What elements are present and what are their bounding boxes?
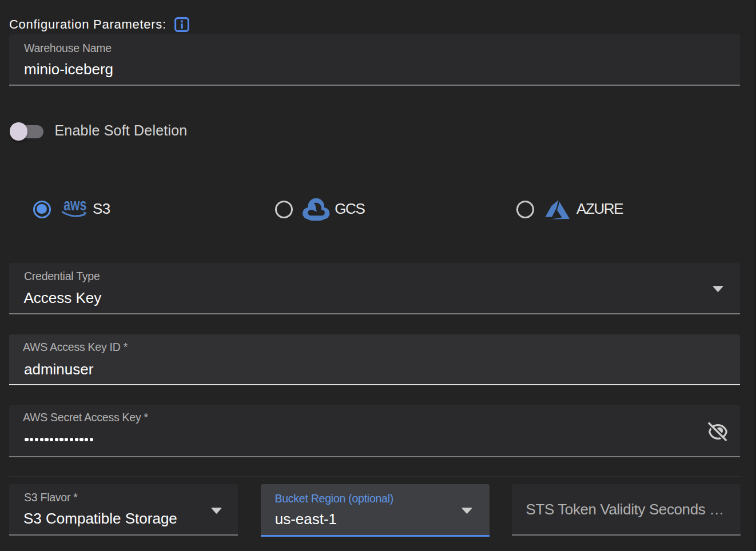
svg-text:aws: aws (63, 198, 86, 214)
